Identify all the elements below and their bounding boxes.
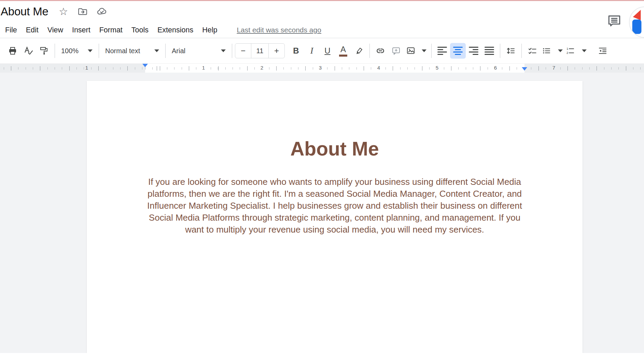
- ruler-number: 7: [551, 64, 557, 71]
- chevron-down-icon: [221, 49, 226, 52]
- chevron-down-icon: [422, 49, 426, 52]
- text-color-button[interactable]: A: [335, 43, 351, 59]
- align-left-button[interactable]: [434, 43, 450, 59]
- ruler-number: 5: [434, 64, 440, 71]
- chevron-down-icon: [582, 49, 587, 52]
- last-edit-link[interactable]: Last edit was seconds ago: [237, 26, 321, 34]
- numbered-list-button[interactable]: 1 2: [564, 43, 588, 59]
- increase-font-size-button[interactable]: +: [269, 44, 284, 58]
- menu-extensions[interactable]: Extensions: [153, 25, 198, 36]
- document-heading[interactable]: About Me: [146, 137, 523, 160]
- header: About Me ☆: [0, 1, 644, 38]
- ruler[interactable]: 1 1 2 3 4 5 6 7: [0, 64, 644, 73]
- align-center-icon: [453, 47, 463, 55]
- ruler-number: 1: [201, 64, 206, 71]
- left-indent-marker[interactable]: [142, 64, 148, 67]
- align-right-icon: [469, 47, 478, 55]
- insert-image-button[interactable]: [404, 43, 429, 59]
- chevron-down-icon: [88, 49, 93, 52]
- svg-text:1: 1: [566, 47, 568, 50]
- ruler-number: 6: [493, 64, 498, 71]
- star-icon[interactable]: ☆: [58, 6, 69, 17]
- italic-button[interactable]: I: [304, 43, 320, 59]
- menu-file[interactable]: File: [1, 25, 22, 36]
- move-folder-icon[interactable]: [77, 6, 88, 17]
- line-spacing-button[interactable]: [503, 43, 519, 59]
- checklist-button[interactable]: [524, 43, 540, 59]
- document-canvas: About Me If you are looking for someone …: [0, 73, 644, 353]
- cloud-saved-icon[interactable]: [96, 6, 107, 17]
- title-row: About Me ☆: [0, 1, 644, 22]
- justify-icon: [485, 47, 494, 55]
- underline-button[interactable]: U: [320, 43, 335, 59]
- justify-button[interactable]: [481, 43, 497, 59]
- bold-button[interactable]: B: [288, 43, 304, 59]
- document-paragraph[interactable]: If you are looking for someone who wants…: [146, 176, 523, 236]
- zoom-select[interactable]: 100%: [58, 43, 96, 59]
- right-indent-marker[interactable]: [522, 67, 527, 71]
- menu-edit[interactable]: Edit: [22, 25, 43, 36]
- print-button[interactable]: [5, 43, 20, 59]
- highlighter-button[interactable]: [351, 43, 367, 59]
- comment-history-icon[interactable]: [607, 13, 621, 28]
- chevron-down-icon: [154, 49, 159, 52]
- insert-link-button[interactable]: [373, 43, 388, 59]
- ruler-number: 4: [376, 64, 381, 71]
- align-center-button[interactable]: [450, 43, 466, 59]
- document-title[interactable]: About Me: [1, 5, 48, 18]
- paragraph-style-select[interactable]: Normal text: [102, 43, 163, 59]
- align-right-button[interactable]: [466, 43, 481, 59]
- paint-format-button[interactable]: [36, 43, 52, 59]
- toolbar: 100% Normal text Arial − 11 + B I U A: [0, 38, 644, 64]
- menu-insert[interactable]: Insert: [68, 25, 95, 36]
- font-size-value[interactable]: 11: [251, 44, 269, 58]
- decrease-font-size-button[interactable]: −: [235, 44, 251, 58]
- indent-decrease-button[interactable]: [595, 43, 611, 59]
- document-page[interactable]: About Me If you are looking for someone …: [87, 81, 583, 353]
- font-family-select[interactable]: Arial: [168, 43, 229, 59]
- add-comment-button[interactable]: [388, 43, 404, 59]
- ruler-number: 3: [318, 64, 323, 71]
- ruler-number: 1: [84, 64, 89, 71]
- menu-view[interactable]: View: [43, 25, 68, 36]
- text-color-swatch: [339, 55, 347, 57]
- svg-text:2: 2: [566, 51, 568, 55]
- chevron-down-icon: [558, 49, 563, 52]
- menu-bar: File Edit View Insert Format Tools Exten…: [0, 22, 644, 38]
- menu-help[interactable]: Help: [198, 25, 222, 36]
- ruler-number: 2: [259, 64, 265, 71]
- menu-format[interactable]: Format: [95, 25, 127, 36]
- align-left-icon: [437, 47, 447, 55]
- menu-tools[interactable]: Tools: [127, 25, 153, 36]
- spellcheck-button[interactable]: [20, 43, 36, 59]
- bulleted-list-button[interactable]: [540, 43, 564, 59]
- font-size-control: − 11 +: [235, 43, 285, 58]
